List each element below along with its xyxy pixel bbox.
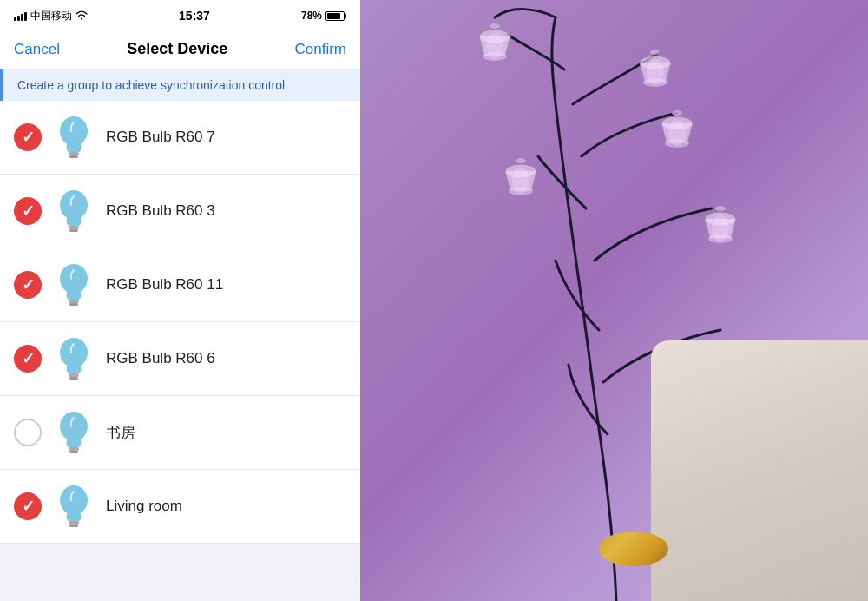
svg-rect-25 (69, 229, 78, 232)
svg-point-29 (60, 338, 88, 367)
status-left: 中国移动 (14, 9, 88, 23)
device-name-2: RGB Bulb R60 3 (106, 202, 346, 220)
signal-bar-4 (24, 12, 27, 21)
device-item-2[interactable]: ✓ RGB Bulb R60 3 (0, 175, 360, 248)
checkmark-3: ✓ (22, 277, 35, 293)
bulb-icon-5 (52, 406, 95, 459)
checkmark-1: ✓ (22, 129, 35, 145)
svg-rect-30 (69, 373, 79, 377)
checkmark-2: ✓ (22, 203, 35, 219)
checkbox-4[interactable]: ✓ (14, 345, 42, 373)
carrier-text: 中国移动 (30, 9, 72, 23)
svg-rect-22 (69, 155, 78, 158)
svg-rect-27 (69, 300, 79, 303)
signal-bar-1 (14, 17, 16, 21)
confirm-button[interactable]: Confirm (294, 41, 346, 58)
checkbox-2[interactable]: ✓ (14, 197, 42, 225)
device-name-5: 书房 (106, 423, 346, 443)
device-name-6: Living room (106, 498, 346, 515)
checkbox-3[interactable]: ✓ (14, 271, 42, 299)
device-item-1[interactable]: ✓ RGB Bulb R60 7 (0, 101, 360, 175)
mobile-panel: 中国移动 15:37 78% Cancel Select Device (0, 0, 360, 601)
status-time: 15:37 (179, 9, 210, 23)
svg-rect-31 (69, 377, 78, 380)
info-banner: Create a group to achieve synchronizatio… (0, 69, 360, 101)
bowl-decoration (599, 532, 668, 566)
battery-icon (326, 11, 346, 21)
chair-decoration (651, 340, 868, 601)
nav-bar: Cancel Select Device Confirm (0, 31, 360, 69)
info-banner-text: Create a group to achieve synchronizatio… (17, 78, 285, 92)
svg-rect-36 (69, 521, 79, 525)
signal-bars (14, 10, 27, 21)
checkbox-1[interactable]: ✓ (14, 123, 42, 151)
svg-point-32 (60, 412, 88, 441)
svg-rect-33 (69, 447, 79, 451)
status-right: 78% (301, 10, 346, 22)
status-bar: 中国移动 15:37 78% (0, 0, 360, 31)
device-item-3[interactable]: ✓ RGB Bulb R60 11 (0, 248, 360, 322)
checkmark-4: ✓ (22, 351, 35, 367)
signal-bar-2 (17, 16, 20, 21)
svg-point-35 (60, 485, 88, 515)
nav-title: Select Device (127, 40, 227, 58)
checkbox-6[interactable]: ✓ (14, 492, 42, 520)
device-item-6[interactable]: ✓ Living room (0, 470, 360, 544)
checkmark-6: ✓ (22, 499, 35, 514)
svg-rect-21 (69, 152, 79, 155)
bulb-icon-4 (52, 333, 95, 385)
svg-rect-37 (69, 525, 78, 527)
device-name-4: RGB Bulb R60 6 (106, 350, 346, 367)
signal-bar-3 (21, 14, 23, 21)
bulb-icon-2 (52, 185, 95, 237)
svg-rect-34 (69, 451, 78, 453)
svg-rect-24 (69, 226, 79, 229)
battery-percent: 78% (301, 10, 322, 22)
device-name-1: RGB Bulb R60 7 (106, 129, 346, 146)
cancel-button[interactable]: Cancel (14, 41, 60, 58)
device-list: ✓ RGB Bulb R60 7 ✓ (0, 101, 360, 601)
bulb-icon-3 (52, 259, 95, 311)
svg-point-26 (60, 264, 88, 294)
svg-point-23 (60, 190, 88, 220)
device-name-3: RGB Bulb R60 11 (106, 276, 346, 294)
device-item-4[interactable]: ✓ RGB Bulb R60 6 (0, 322, 360, 396)
device-item-5[interactable]: 书房 (0, 396, 360, 470)
bulb-icon-1 (52, 111, 95, 163)
wifi-icon (76, 10, 88, 23)
checkbox-5[interactable] (14, 419, 42, 446)
svg-rect-28 (69, 303, 78, 306)
svg-point-20 (60, 116, 88, 146)
bulb-icon-6 (52, 480, 95, 532)
